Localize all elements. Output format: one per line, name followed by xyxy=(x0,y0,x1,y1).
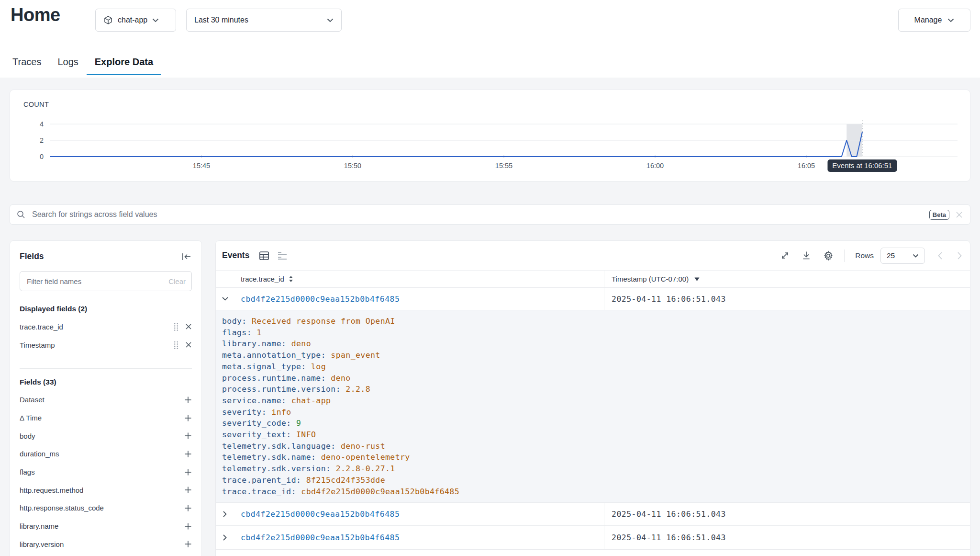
manage-button-label: Manage xyxy=(914,16,942,24)
event-attribute: library.name: deno xyxy=(222,338,970,350)
event-attribute: severity: info xyxy=(222,407,970,418)
field-label: body xyxy=(20,432,184,440)
add-field-icon[interactable] xyxy=(184,486,192,494)
column-header-trace-id-label: trace.trace_id xyxy=(241,275,284,283)
attribute-key: severity: xyxy=(222,408,271,417)
add-field-icon[interactable] xyxy=(184,450,192,458)
rows-per-page-select[interactable]: 25 xyxy=(880,248,925,264)
previous-page-icon[interactable] xyxy=(937,251,943,260)
table-row[interactable]: cbd4f2e215d0000c9eaa152b0b4f6485 2025-04… xyxy=(216,503,970,526)
tab-bar: Traces Logs Explore Data xyxy=(4,57,161,75)
field-row[interactable]: http.request.method xyxy=(20,481,192,499)
field-filter-input[interactable] xyxy=(26,277,168,286)
clear-filter-button[interactable]: Clear xyxy=(168,277,186,285)
event-attribute: body: Received response from OpenAI xyxy=(222,316,970,327)
event-attribute: trace.trace_id: cbd4f2e215d0000c9eaa152b… xyxy=(222,486,970,498)
add-field-icon[interactable] xyxy=(184,522,192,530)
attribute-value: deno-rust xyxy=(341,442,385,451)
sort-desc-icon[interactable] xyxy=(694,277,700,281)
attribute-value: cbd4f2e215d0000c9eaa152b0b4f6485 xyxy=(301,487,459,496)
attribute-key: telemetry.sdk.language: xyxy=(222,442,341,451)
field-label: http.request.method xyxy=(20,486,184,494)
trace-id-link[interactable]: cbd4f2e215d0000c9eaa152b0b4f6485 xyxy=(234,503,604,525)
attribute-value: INFO xyxy=(296,430,316,439)
events-toolbar: Events xyxy=(216,241,970,271)
add-field-icon[interactable] xyxy=(184,432,192,440)
add-field-icon[interactable] xyxy=(184,540,192,548)
column-header-trace-id[interactable]: trace.trace_id xyxy=(234,271,604,287)
sort-icon[interactable] xyxy=(289,275,293,283)
count-line-chart[interactable]: 02415:4515:5015:5516:0016:05 xyxy=(10,90,971,182)
svg-text:15:45: 15:45 xyxy=(193,162,210,170)
event-attribute: meta.signal_type: log xyxy=(222,361,970,373)
remove-field-icon[interactable] xyxy=(185,341,192,348)
trace-id-link[interactable]: cbd4f2e215d0000c9eaa152b0b4f6485 xyxy=(234,288,604,310)
expand-row-icon[interactable] xyxy=(216,503,234,525)
settings-gear-icon[interactable] xyxy=(823,250,834,261)
package-icon xyxy=(103,15,113,25)
table-view-icon[interactable] xyxy=(259,251,269,261)
page-title: Home xyxy=(11,5,60,25)
field-row[interactable]: duration_ms xyxy=(20,445,192,463)
field-row[interactable]: Δ Time xyxy=(20,409,192,427)
trace-id-link[interactable]: cbd4f2e215d0000c9eaa152b0b4f6485 xyxy=(234,526,604,549)
list-view-icon[interactable] xyxy=(277,251,288,261)
attribute-key: meta.signal_type: xyxy=(222,362,311,371)
displayed-field-row: Timestamp xyxy=(20,336,192,354)
field-row[interactable]: flags xyxy=(20,463,192,481)
field-row[interactable]: http.response.status_code xyxy=(20,499,192,517)
add-field-icon[interactable] xyxy=(184,414,192,422)
download-icon[interactable] xyxy=(802,251,811,260)
count-chart-card: COUNT 02415:4515:5015:5516:0016:05 Event… xyxy=(10,90,970,182)
collapse-row-icon[interactable] xyxy=(216,288,234,310)
table-row[interactable]: cbd4f2e215d0000c9eaa152b0b4f6485 2025-04… xyxy=(216,288,970,310)
drag-handle-icon[interactable] xyxy=(174,341,178,349)
dataset-dropdown[interactable]: chat-app xyxy=(95,9,176,32)
svg-text:15:55: 15:55 xyxy=(495,162,512,170)
collapse-sidebar-icon[interactable] xyxy=(181,252,192,261)
all-fields-header: Fields (33) xyxy=(20,378,192,387)
add-field-icon[interactable] xyxy=(184,468,192,476)
tab-logs[interactable]: Logs xyxy=(49,57,86,75)
chevron-down-icon xyxy=(152,18,159,23)
field-label: flags xyxy=(20,468,184,476)
remove-field-icon[interactable] xyxy=(185,323,192,330)
time-range-dropdown[interactable]: Last 30 minutes xyxy=(186,9,342,32)
attribute-key: flags: xyxy=(222,328,256,337)
attribute-key: severity_text: xyxy=(222,430,296,439)
add-field-icon[interactable] xyxy=(184,504,192,512)
manage-button[interactable]: Manage xyxy=(898,9,970,32)
drag-handle-icon[interactable] xyxy=(174,323,178,331)
table-row[interactable]: cbd4f2e215d0000c9eaa152b0b4f6485 2025-04… xyxy=(216,526,970,550)
svg-text:15:50: 15:50 xyxy=(344,162,361,170)
next-page-icon[interactable] xyxy=(957,251,962,260)
field-row[interactable]: library.version xyxy=(20,535,192,554)
column-header-timestamp[interactable]: Timestamp (UTC-07:00) xyxy=(604,271,970,287)
events-title: Events xyxy=(222,250,249,261)
field-row[interactable]: body xyxy=(20,427,192,445)
events-panel: Events xyxy=(215,240,970,556)
field-row[interactable]: library.name xyxy=(20,517,192,535)
attribute-value: 8f215cd24f353dde xyxy=(306,476,385,485)
close-search-icon[interactable] xyxy=(955,211,963,219)
svg-text:0: 0 xyxy=(40,153,44,160)
attribute-key: meta.annotation_type: xyxy=(222,351,331,360)
expander-column-header xyxy=(216,271,234,287)
column-header-timestamp-label: Timestamp (UTC-07:00) xyxy=(612,275,689,283)
toolbar-divider xyxy=(844,250,845,262)
expand-panel-icon[interactable] xyxy=(780,251,790,260)
attribute-key: process.runtime.name: xyxy=(222,374,331,383)
all-fields-list: Dataset Δ Time body duration_ms flags ht… xyxy=(20,391,192,553)
displayed-field-label: Timestamp xyxy=(20,341,174,349)
displayed-fields-list: trace.trace_id Timestamp xyxy=(20,318,192,354)
svg-text:16:00: 16:00 xyxy=(646,162,664,170)
add-field-icon[interactable] xyxy=(184,396,192,404)
chart-tooltip: Events at 16:06:51 xyxy=(827,159,897,172)
dataset-dropdown-label: chat-app xyxy=(118,16,147,24)
expand-row-icon[interactable] xyxy=(216,526,234,549)
chevron-down-icon xyxy=(327,18,334,23)
tab-explore-data[interactable]: Explore Data xyxy=(87,57,161,75)
field-row[interactable]: Dataset xyxy=(20,391,192,409)
tab-traces[interactable]: Traces xyxy=(4,57,49,75)
search-input[interactable] xyxy=(31,210,924,219)
